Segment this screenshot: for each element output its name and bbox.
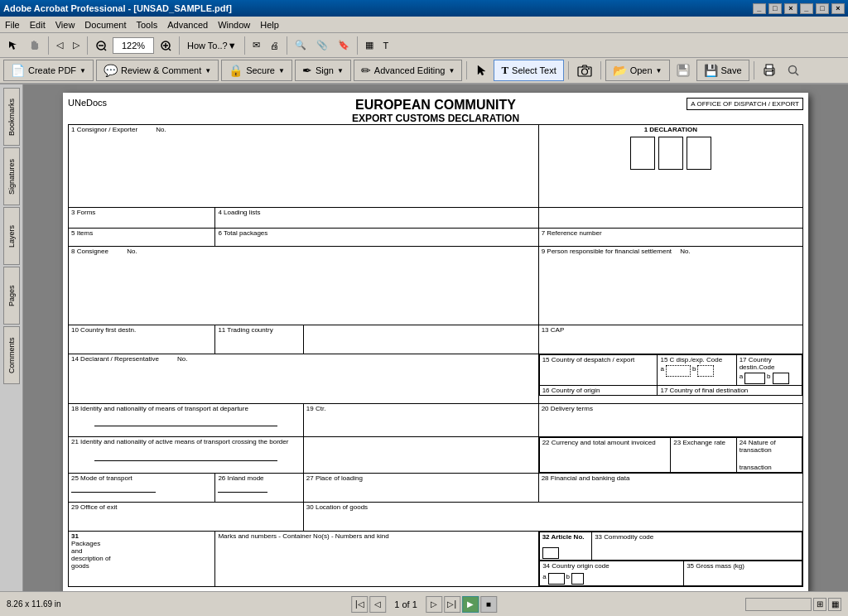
next-page-btn[interactable]: ▷ xyxy=(426,596,442,613)
print-btn[interactable]: 🖨 xyxy=(266,36,283,55)
menu-bar: File Edit View Document Tools Advanced W… xyxy=(0,17,848,33)
f32-label: 32 Article No. xyxy=(542,533,585,541)
menu-tools[interactable]: Tools xyxy=(132,18,163,31)
menu-window[interactable]: Window xyxy=(213,18,255,31)
menu-help[interactable]: Help xyxy=(255,18,284,31)
f27-label: 27 Place of loading xyxy=(306,474,363,482)
form-tool-btn[interactable]: ▦ xyxy=(361,36,378,55)
review-comment-btn[interactable]: 💬 Review & Comment ▼ xyxy=(96,60,219,81)
review-icon: 💬 xyxy=(104,64,118,77)
doc-close-btn[interactable]: × xyxy=(831,3,845,14)
pages-tab[interactable]: Pages xyxy=(3,267,20,325)
back-btn[interactable]: ◁ xyxy=(52,36,67,55)
menu-view[interactable]: View xyxy=(51,18,80,31)
f17dest-label: 17 Country of final destination xyxy=(660,387,748,394)
title-bar: Adobe Acrobat Professional - [UNSAD_SAMP… xyxy=(0,0,848,17)
save-icon: 💾 xyxy=(704,64,718,77)
svg-rect-15 xyxy=(679,65,686,70)
zoom-out-btn[interactable] xyxy=(91,36,111,55)
how-to-btn[interactable]: How To..? ▼ xyxy=(183,36,241,55)
left-panel: Bookmarks Signatures Layers Pages Commen… xyxy=(0,84,23,591)
f1-no-label: No. xyxy=(156,126,166,133)
search-btn[interactable]: 🔍 xyxy=(291,36,311,55)
floppy-btn[interactable] xyxy=(672,60,694,80)
layers-tab[interactable]: Layers xyxy=(3,207,20,265)
signatures-tab[interactable]: Signatures xyxy=(3,147,20,205)
close-btn[interactable]: × xyxy=(784,3,797,14)
advanced-editing-btn[interactable]: ✏ Advanced Editing ▼ xyxy=(354,60,463,81)
print2-btn[interactable] xyxy=(759,60,780,80)
adv-edit-arrow: ▼ xyxy=(448,67,455,75)
menu-file[interactable]: File xyxy=(0,18,25,31)
view-toggle-btn[interactable]: ⊞ xyxy=(813,598,826,611)
svg-rect-19 xyxy=(766,65,773,69)
doc-restore-btn[interactable]: □ xyxy=(816,3,829,14)
svg-point-13 xyxy=(588,68,590,70)
sign-arrow: ▼ xyxy=(337,67,344,75)
f6-label: 6 Total packages xyxy=(218,229,267,237)
snapshot-btn[interactable] xyxy=(573,60,596,80)
f16-label: 16 Country of origin xyxy=(542,387,600,394)
f14-label: 14 Declarant / Representative xyxy=(71,355,159,363)
doc-area[interactable]: UNeDocs EUROPEAN COMMUNITY EXPORT CUSTOM… xyxy=(23,84,848,591)
save-btn[interactable]: 💾 Save xyxy=(696,60,749,81)
prev-page-btn[interactable]: ◁ xyxy=(369,596,386,613)
first-page-btn[interactable]: |◁ xyxy=(351,596,368,613)
forward-btn[interactable]: ▷ xyxy=(69,36,84,55)
svg-point-21 xyxy=(772,70,773,71)
email-btn[interactable]: ✉ xyxy=(248,36,264,55)
select-text-btn[interactable]: T Select Text xyxy=(494,60,563,81)
f26-label: 26 Inland mode xyxy=(218,474,263,482)
toolbar1: ◁ ▷ 122% How To..? ▼ ✉ 🖨 🔍 📎 🔖 ▦ T xyxy=(0,33,848,58)
toolbar2: 📄 Create PDF ▼ 💬 Review & Comment ▼ 🔒 Se… xyxy=(0,58,848,84)
last-page-btn[interactable]: ▷| xyxy=(444,596,460,613)
f19-label: 19 Ctr. xyxy=(306,405,326,412)
status-bar: 8.26 x 11.69 in |◁ ◁ 1 of 1 ▷ ▷| ▶ ■ ⊞ ▦ xyxy=(0,591,848,616)
f34-label: 34 Country origin code xyxy=(542,562,610,570)
select-tool-btn[interactable] xyxy=(3,36,23,55)
secure-btn[interactable]: 🔒 Secure ▼ xyxy=(221,60,292,81)
typewriter-btn[interactable]: T xyxy=(379,36,393,55)
menu-document[interactable]: Document xyxy=(80,18,131,31)
f8-no-label: No. xyxy=(127,248,137,255)
f24-label: 24 Nature of transaction xyxy=(740,439,776,454)
open-label: Open xyxy=(630,65,653,75)
hand-tool-btn[interactable] xyxy=(25,36,45,55)
minimize-btn[interactable]: _ xyxy=(753,3,766,14)
f28-label: 28 Financial and banking data xyxy=(542,474,630,482)
f9-no-label: No. xyxy=(680,248,690,255)
search2-btn[interactable] xyxy=(783,60,804,80)
secure-icon: 🔒 xyxy=(229,64,243,77)
svg-rect-17 xyxy=(679,71,687,75)
f34-a: a xyxy=(542,573,546,585)
f4-label: 4 Loading lists xyxy=(218,209,260,216)
f11-label: 11 Trading country xyxy=(218,326,272,334)
right-header: A OFFICE OF DISPATCH / EXPORT xyxy=(687,98,803,110)
restore-btn[interactable]: □ xyxy=(768,3,782,14)
open-btn[interactable]: 📂 Open ▼ xyxy=(605,60,670,81)
f17-a: a xyxy=(740,373,743,384)
stop-btn[interactable]: ■ xyxy=(480,596,497,613)
f31-marks-label: Marks and numbers - Container No(s) - Nu… xyxy=(218,532,388,540)
sign-btn[interactable]: ✒ Sign ▼ xyxy=(295,60,351,81)
app-title: Adobe Acrobat Professional - [UNSAD_SAMP… xyxy=(3,3,232,13)
bookmarks-tab[interactable]: Bookmarks xyxy=(3,88,20,146)
play-btn[interactable]: ▶ xyxy=(462,596,479,613)
doc-title-2: EXPORT CUSTOMS DECLARATION xyxy=(215,113,657,124)
zoom-in-btn[interactable] xyxy=(156,36,176,55)
doc-title-1: EUROPEAN COMMUNITY xyxy=(215,98,657,113)
create-pdf-label: Create PDF xyxy=(28,65,76,75)
attach-btn[interactable]: 📎 xyxy=(312,36,332,55)
svg-line-10 xyxy=(169,49,171,51)
menu-advanced[interactable]: Advanced xyxy=(162,18,213,31)
view-single-btn[interactable]: ▦ xyxy=(828,598,841,611)
stamp-btn[interactable]: 🔖 xyxy=(334,36,354,55)
f3-label: 3 Forms xyxy=(71,209,95,216)
form-table: 1 Consignor / Exporter No. 1 DECLARATION xyxy=(68,124,803,587)
create-pdf-btn[interactable]: 📄 Create PDF ▼ xyxy=(3,60,94,81)
comments-tab[interactable]: Comments xyxy=(3,326,20,384)
doc-minimize-btn[interactable]: _ xyxy=(800,3,813,14)
zoom-input[interactable]: 122% xyxy=(113,37,154,54)
pointer-icon-btn[interactable] xyxy=(471,60,491,80)
menu-edit[interactable]: Edit xyxy=(25,18,51,31)
